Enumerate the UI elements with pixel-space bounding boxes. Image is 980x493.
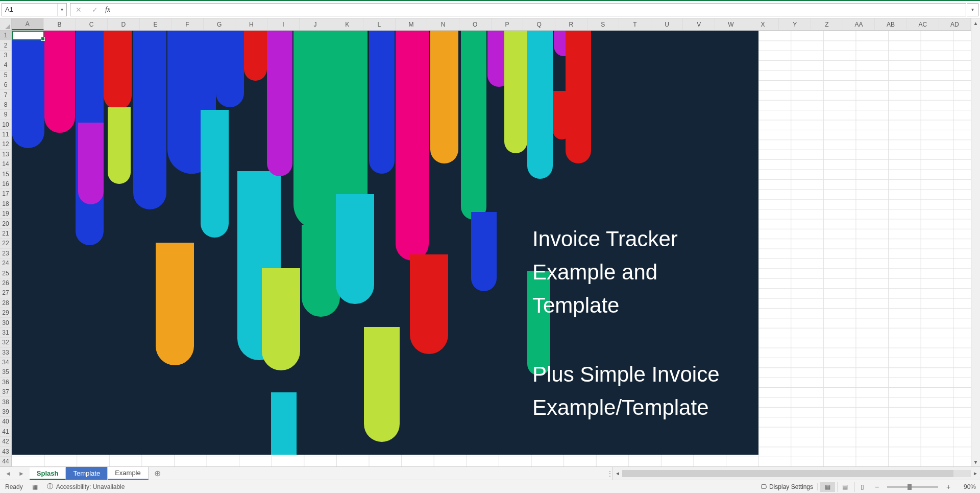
name-box-dropdown[interactable]: ▾ (57, 4, 66, 16)
column-header-A[interactable]: A (12, 18, 44, 30)
row-header-21[interactable]: 21 (0, 229, 11, 239)
row-header-4[interactable]: 4 (0, 60, 11, 70)
row-header-23[interactable]: 23 (0, 249, 11, 259)
row-header-24[interactable]: 24 (0, 259, 11, 268)
row-header-22[interactable]: 22 (0, 239, 11, 248)
column-header-AB[interactable]: AB (875, 18, 907, 30)
column-header-I[interactable]: I (267, 18, 300, 30)
hscroll-thumb[interactable] (622, 470, 953, 477)
scroll-left-icon[interactable]: ◄ (613, 467, 622, 480)
column-header-Y[interactable]: Y (779, 18, 811, 30)
row-header-9[interactable]: 9 (0, 110, 11, 120)
column-header-G[interactable]: G (204, 18, 236, 30)
row-header-1[interactable]: 1 (0, 31, 11, 40)
column-header-Z[interactable]: Z (811, 18, 843, 30)
zoom-in-button[interactable]: + (943, 482, 953, 492)
column-header-K[interactable]: K (331, 18, 363, 30)
column-header-AC[interactable]: AC (907, 18, 939, 30)
row-header-18[interactable]: 18 (0, 199, 11, 209)
column-header-D[interactable]: D (108, 18, 140, 30)
hscroll-track[interactable] (622, 470, 971, 477)
add-sheet-button[interactable]: ⊕ (149, 467, 167, 480)
row-header-19[interactable]: 19 (0, 209, 11, 219)
row-header-29[interactable]: 29 (0, 308, 11, 318)
sheet-tab-example[interactable]: Example (108, 467, 149, 480)
row-header-27[interactable]: 27 (0, 288, 11, 298)
sheet-tab-template[interactable]: Template (66, 467, 108, 480)
row-header-14[interactable]: 14 (0, 159, 11, 169)
row-header-7[interactable]: 7 (0, 90, 11, 100)
row-header-43[interactable]: 43 (0, 447, 11, 456)
column-header-E[interactable]: E (140, 18, 172, 30)
view-page-break-icon[interactable]: ▯ (854, 482, 870, 492)
view-normal-icon[interactable]: ▦ (820, 482, 835, 492)
row-header-15[interactable]: 15 (0, 169, 11, 179)
column-header-S[interactable]: S (587, 18, 620, 30)
row-header-16[interactable]: 16 (0, 179, 11, 189)
row-header-42[interactable]: 42 (0, 437, 11, 447)
row-header-6[interactable]: 6 (0, 80, 11, 90)
column-header-C[interactable]: C (76, 18, 108, 30)
horizontal-scrollbar[interactable]: ◄ ► (612, 467, 980, 480)
row-header-26[interactable]: 26 (0, 278, 11, 288)
column-header-AD[interactable]: AD (939, 18, 971, 30)
row-header-13[interactable]: 13 (0, 150, 11, 159)
row-header-40[interactable]: 40 (0, 417, 11, 427)
zoom-slider[interactable] (887, 486, 938, 488)
cells-viewport[interactable]: Invoice Tracker Example and Template Plu… (12, 31, 971, 466)
scroll-up-icon[interactable]: ▲ (971, 18, 980, 28)
macro-record-icon[interactable]: ▦ (32, 483, 38, 490)
active-cell-cursor[interactable] (12, 31, 44, 40)
formula-input[interactable] (113, 3, 966, 16)
zoom-out-button[interactable]: − (872, 482, 882, 492)
row-header-34[interactable]: 34 (0, 358, 11, 367)
row-header-33[interactable]: 33 (0, 348, 11, 358)
zoom-percent[interactable]: 90% (955, 483, 976, 490)
name-box[interactable]: A1 (2, 6, 57, 13)
row-header-32[interactable]: 32 (0, 338, 11, 347)
row-header-41[interactable]: 41 (0, 427, 11, 437)
tab-split-handle[interactable]: ⋮ (607, 467, 612, 480)
insert-function-icon[interactable]: fx (103, 6, 113, 14)
column-header-AA[interactable]: AA (843, 18, 875, 30)
row-header-31[interactable]: 31 (0, 328, 11, 338)
scroll-down-icon[interactable]: ▼ (971, 457, 980, 466)
vertical-scrollbar[interactable]: ▲ ▼ (971, 18, 980, 466)
row-header-28[interactable]: 28 (0, 298, 11, 308)
row-header-11[interactable]: 11 (0, 130, 11, 139)
column-header-R[interactable]: R (555, 18, 587, 30)
row-header-25[interactable]: 25 (0, 268, 11, 278)
sheet-tab-splash[interactable]: Splash (30, 467, 66, 480)
column-header-J[interactable]: J (300, 18, 332, 30)
accessibility-status[interactable]: ⓘ Accessibility: Unavailable (47, 482, 125, 491)
scroll-right-icon[interactable]: ► (971, 467, 980, 480)
formula-bar-expand[interactable]: ▾ (967, 3, 978, 16)
select-all-cell[interactable] (0, 18, 11, 31)
row-header-38[interactable]: 38 (0, 397, 11, 407)
tab-next-icon[interactable]: ► (18, 470, 24, 477)
display-settings-button[interactable]: 🖵 Display Settings (761, 483, 818, 490)
row-header-8[interactable]: 8 (0, 100, 11, 110)
row-header-2[interactable]: 2 (0, 40, 11, 50)
column-header-N[interactable]: N (427, 18, 459, 30)
view-page-layout-icon[interactable]: ▤ (837, 482, 852, 492)
row-header-39[interactable]: 39 (0, 407, 11, 417)
column-header-B[interactable]: B (44, 18, 76, 30)
row-header-10[interactable]: 10 (0, 120, 11, 130)
row-header-5[interactable]: 5 (0, 71, 11, 80)
column-header-Q[interactable]: Q (523, 18, 555, 30)
column-header-H[interactable]: H (235, 18, 267, 30)
column-header-V[interactable]: V (683, 18, 715, 30)
row-header-30[interactable]: 30 (0, 318, 11, 327)
column-header-O[interactable]: O (459, 18, 492, 30)
row-header-12[interactable]: 12 (0, 139, 11, 149)
column-header-W[interactable]: W (715, 18, 747, 30)
column-header-L[interactable]: L (363, 18, 396, 30)
column-header-X[interactable]: X (747, 18, 779, 30)
column-header-T[interactable]: T (619, 18, 651, 30)
column-header-U[interactable]: U (651, 18, 683, 30)
column-header-P[interactable]: P (492, 18, 524, 30)
row-header-35[interactable]: 35 (0, 367, 11, 377)
row-header-17[interactable]: 17 (0, 189, 11, 199)
vscroll-track[interactable] (971, 28, 980, 457)
